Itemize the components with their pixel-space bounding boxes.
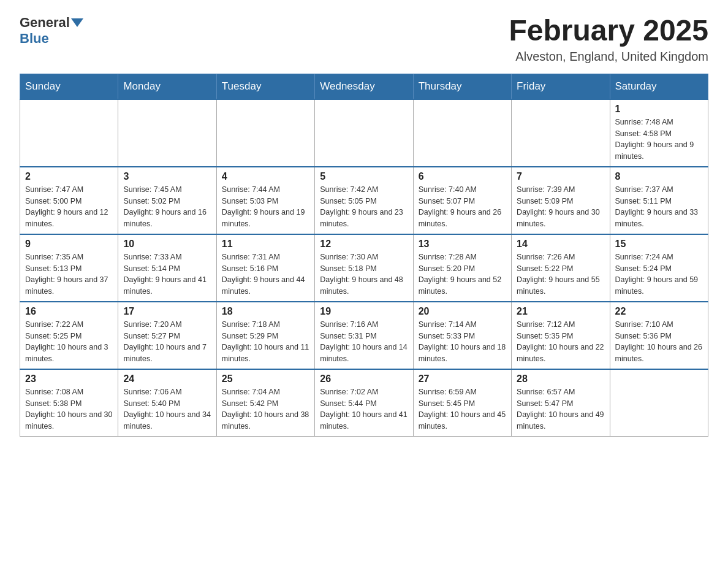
calendar-cell: 15Sunrise: 7:24 AMSunset: 5:24 PMDayligh… (610, 234, 708, 302)
calendar-cell (413, 99, 511, 167)
day-info: Sunrise: 7:26 AMSunset: 5:22 PMDaylight:… (517, 251, 604, 297)
day-info: Sunrise: 7:40 AMSunset: 5:07 PMDaylight:… (419, 184, 506, 230)
day-number: 20 (419, 306, 506, 317)
title-section: February 2025 Alveston, England, United … (509, 15, 708, 64)
calendar-cell: 24Sunrise: 7:06 AMSunset: 5:40 PMDayligh… (118, 369, 216, 437)
day-number: 25 (222, 373, 309, 385)
calendar-cell: 18Sunrise: 7:18 AMSunset: 5:29 PMDayligh… (216, 302, 314, 369)
day-info: Sunrise: 7:06 AMSunset: 5:40 PMDaylight:… (123, 386, 211, 432)
day-number: 12 (320, 239, 408, 250)
calendar-cell: 2Sunrise: 7:47 AMSunset: 5:00 PMDaylight… (20, 167, 118, 234)
month-title: February 2025 (509, 15, 708, 47)
calendar-cell (118, 99, 216, 167)
day-info: Sunrise: 7:45 AMSunset: 5:02 PMDaylight:… (123, 184, 211, 230)
calendar-cell (20, 99, 118, 167)
day-number: 21 (517, 306, 604, 317)
day-number: 22 (615, 306, 703, 317)
page-header: General Blue February 2025 Alveston, Eng… (20, 15, 708, 64)
day-info: Sunrise: 7:48 AMSunset: 4:58 PMDaylight:… (615, 117, 703, 163)
calendar-cell: 3Sunrise: 7:45 AMSunset: 5:02 PMDaylight… (118, 167, 216, 234)
calendar-cell: 19Sunrise: 7:16 AMSunset: 5:31 PMDayligh… (315, 302, 413, 369)
week-row: 16Sunrise: 7:22 AMSunset: 5:25 PMDayligh… (20, 302, 708, 369)
day-info: Sunrise: 7:39 AMSunset: 5:09 PMDaylight:… (517, 184, 604, 230)
logo-arrow-icon (71, 18, 83, 27)
day-number: 23 (25, 373, 113, 385)
day-of-week-header: Monday (118, 74, 216, 99)
day-number: 11 (222, 239, 309, 250)
calendar-cell: 1Sunrise: 7:48 AMSunset: 4:58 PMDaylight… (610, 99, 708, 167)
day-info: Sunrise: 6:59 AMSunset: 5:45 PMDaylight:… (419, 386, 506, 432)
day-number: 2 (25, 171, 113, 182)
day-number: 1 (615, 104, 703, 115)
calendar-cell (610, 369, 708, 437)
day-number: 19 (320, 306, 408, 317)
calendar-cell (216, 99, 314, 167)
day-number: 13 (419, 239, 506, 250)
calendar-cell: 20Sunrise: 7:14 AMSunset: 5:33 PMDayligh… (413, 302, 511, 369)
day-number: 6 (419, 171, 506, 182)
calendar-cell: 17Sunrise: 7:20 AMSunset: 5:27 PMDayligh… (118, 302, 216, 369)
day-info: Sunrise: 7:33 AMSunset: 5:14 PMDaylight:… (123, 251, 211, 297)
day-number: 4 (222, 171, 309, 182)
day-info: Sunrise: 7:24 AMSunset: 5:24 PMDaylight:… (615, 251, 703, 297)
day-info: Sunrise: 7:22 AMSunset: 5:25 PMDaylight:… (25, 319, 113, 365)
calendar-cell: 11Sunrise: 7:31 AMSunset: 5:16 PMDayligh… (216, 234, 314, 302)
week-row: 23Sunrise: 7:08 AMSunset: 5:38 PMDayligh… (20, 369, 708, 437)
day-info: Sunrise: 6:57 AMSunset: 5:47 PMDaylight:… (517, 386, 604, 432)
logo: General Blue (20, 15, 85, 47)
calendar-cell: 10Sunrise: 7:33 AMSunset: 5:14 PMDayligh… (118, 234, 216, 302)
calendar-cell: 28Sunrise: 6:57 AMSunset: 5:47 PMDayligh… (512, 369, 610, 437)
day-number: 24 (123, 373, 211, 385)
location-text: Alveston, England, United Kingdom (509, 50, 708, 64)
day-info: Sunrise: 7:44 AMSunset: 5:03 PMDaylight:… (222, 184, 309, 230)
calendar-cell (315, 99, 413, 167)
day-info: Sunrise: 7:28 AMSunset: 5:20 PMDaylight:… (419, 251, 506, 297)
week-row: 1Sunrise: 7:48 AMSunset: 4:58 PMDaylight… (20, 99, 708, 167)
calendar-cell: 16Sunrise: 7:22 AMSunset: 5:25 PMDayligh… (20, 302, 118, 369)
day-number: 18 (222, 306, 309, 317)
calendar-cell: 22Sunrise: 7:10 AMSunset: 5:36 PMDayligh… (610, 302, 708, 369)
day-number: 5 (320, 171, 408, 182)
day-info: Sunrise: 7:16 AMSunset: 5:31 PMDaylight:… (320, 319, 408, 365)
day-info: Sunrise: 7:04 AMSunset: 5:42 PMDaylight:… (222, 386, 309, 432)
calendar-cell: 8Sunrise: 7:37 AMSunset: 5:11 PMDaylight… (610, 167, 708, 234)
day-of-week-header: Friday (512, 74, 610, 99)
calendar-cell: 27Sunrise: 6:59 AMSunset: 5:45 PMDayligh… (413, 369, 511, 437)
day-number: 26 (320, 373, 408, 385)
day-number: 15 (615, 239, 703, 250)
day-number: 17 (123, 306, 211, 317)
day-of-week-header: Wednesday (315, 74, 413, 99)
day-number: 16 (25, 306, 113, 317)
calendar-cell: 13Sunrise: 7:28 AMSunset: 5:20 PMDayligh… (413, 234, 511, 302)
calendar-cell: 6Sunrise: 7:40 AMSunset: 5:07 PMDaylight… (413, 167, 511, 234)
day-number: 9 (25, 239, 113, 250)
day-of-week-header: Thursday (413, 74, 511, 99)
day-info: Sunrise: 7:35 AMSunset: 5:13 PMDaylight:… (25, 251, 113, 297)
calendar-cell: 12Sunrise: 7:30 AMSunset: 5:18 PMDayligh… (315, 234, 413, 302)
day-info: Sunrise: 7:08 AMSunset: 5:38 PMDaylight:… (25, 386, 113, 432)
day-info: Sunrise: 7:12 AMSunset: 5:35 PMDaylight:… (517, 319, 604, 365)
calendar-cell (512, 99, 610, 167)
day-info: Sunrise: 7:02 AMSunset: 5:44 PMDaylight:… (320, 386, 408, 432)
calendar-cell: 4Sunrise: 7:44 AMSunset: 5:03 PMDaylight… (216, 167, 314, 234)
logo-blue-text: Blue (20, 31, 49, 47)
calendar-cell: 25Sunrise: 7:04 AMSunset: 5:42 PMDayligh… (216, 369, 314, 437)
week-row: 2Sunrise: 7:47 AMSunset: 5:00 PMDaylight… (20, 167, 708, 234)
day-number: 3 (123, 171, 211, 182)
day-info: Sunrise: 7:20 AMSunset: 5:27 PMDaylight:… (123, 319, 211, 365)
day-of-week-header: Sunday (20, 74, 118, 99)
day-number: 14 (517, 239, 604, 250)
calendar-cell: 7Sunrise: 7:39 AMSunset: 5:09 PMDaylight… (512, 167, 610, 234)
day-info: Sunrise: 7:30 AMSunset: 5:18 PMDaylight:… (320, 251, 408, 297)
day-number: 27 (419, 373, 506, 385)
week-row: 9Sunrise: 7:35 AMSunset: 5:13 PMDaylight… (20, 234, 708, 302)
logo-general-text: General (20, 15, 70, 31)
calendar-cell: 14Sunrise: 7:26 AMSunset: 5:22 PMDayligh… (512, 234, 610, 302)
day-of-week-header: Tuesday (216, 74, 314, 99)
calendar-table: SundayMondayTuesdayWednesdayThursdayFrid… (20, 74, 708, 437)
day-info: Sunrise: 7:42 AMSunset: 5:05 PMDaylight:… (320, 184, 408, 230)
calendar-cell: 5Sunrise: 7:42 AMSunset: 5:05 PMDaylight… (315, 167, 413, 234)
day-info: Sunrise: 7:10 AMSunset: 5:36 PMDaylight:… (615, 319, 703, 365)
day-number: 10 (123, 239, 211, 250)
day-number: 8 (615, 171, 703, 182)
